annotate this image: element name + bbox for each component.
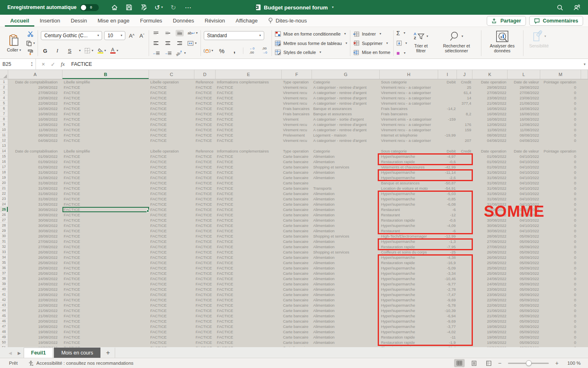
grid-cell[interactable]: FACTICE: [216, 101, 282, 106]
grid-cell[interactable]: Carte bancaire: [282, 260, 312, 265]
row-header-45[interactable]: 45: [0, 313, 8, 319]
grid-cell[interactable]: Carte bancaire: [282, 329, 312, 334]
grid-cell[interactable]: Carte bancaire: [282, 212, 312, 218]
grid-cell[interactable]: 30/08/2022: [472, 212, 508, 218]
grid-cell[interactable]: FACTICE: [216, 228, 282, 233]
grid-cell[interactable]: Virement recu: [282, 101, 312, 106]
grid-cell[interactable]: FACTICE: [216, 334, 282, 340]
grid-cell[interactable]: FACTICE: [62, 196, 149, 202]
grid-cell[interactable]: 27/08/2022: [508, 90, 540, 95]
grid-cell[interactable]: [457, 313, 472, 319]
grid-cell[interactable]: Carte bancaire: [282, 345, 312, 347]
fill-color-button[interactable]: ▾: [98, 46, 106, 55]
grid-cell[interactable]: 0: [540, 164, 581, 170]
grid-cell[interactable]: FACTICE: [149, 292, 194, 297]
grid-cell[interactable]: Carte bancaire: [282, 249, 312, 255]
grid-cell[interactable]: FACTICE: [194, 180, 216, 186]
insert-function-icon[interactable]: fx: [61, 61, 65, 67]
grid-cell[interactable]: FACTICE: [216, 164, 282, 170]
grid-cell[interactable]: 18/08/2022: [8, 345, 62, 347]
grid-cell[interactable]: Carte bancaire: [282, 239, 312, 244]
grid-cell[interactable]: FACTICE: [149, 106, 194, 111]
increase-indent-button[interactable]: →: [164, 50, 172, 56]
grid-cell[interactable]: Carte bancaire: [282, 170, 312, 175]
row-header-25[interactable]: 25: [0, 207, 8, 212]
row-header-41[interactable]: 41: [0, 292, 8, 297]
grid-cell[interactable]: [457, 175, 472, 180]
grid-cell[interactable]: A categoriser - rentree d'argent: [312, 95, 380, 101]
grid-cell[interactable]: -9,77: [438, 281, 457, 287]
grid-cell[interactable]: -54,91: [438, 186, 457, 191]
grid-cell[interactable]: FACTICE: [194, 212, 216, 218]
grid-cell[interactable]: 31/08/2022: [472, 186, 508, 191]
grid-cell[interactable]: 30/08/2022: [8, 212, 62, 218]
tab-donnees[interactable]: Données: [167, 15, 199, 27]
grid-cell[interactable]: 04/10/2022: [508, 212, 540, 218]
grid-cell[interactable]: -6,08: [438, 202, 457, 207]
grid-cell[interactable]: Carte bancaire: [282, 202, 312, 207]
grid-cell[interactable]: -6: [438, 228, 457, 233]
grid-cell[interactable]: 24/08/2022: [472, 281, 508, 287]
grid-cell[interactable]: FACTICE: [62, 292, 149, 297]
grid-cell[interactable]: 0: [540, 207, 581, 212]
autosum-button[interactable]: Σ▾: [396, 29, 407, 37]
grid-cell[interactable]: [457, 143, 472, 148]
grid-cell[interactable]: [457, 303, 472, 308]
grid-cell[interactable]: 0: [540, 233, 581, 239]
grid-cell[interactable]: 28/08/2022: [472, 233, 508, 239]
grid-cell[interactable]: Carte bancaire: [282, 324, 312, 329]
grid-cell[interactable]: FACTICE: [194, 297, 216, 303]
grid-cell[interactable]: 16/08/2022: [472, 111, 508, 117]
grid-cell[interactable]: FACTICE: [149, 180, 194, 186]
grid-cell[interactable]: A categoriser - sortie d'argent: [312, 117, 380, 122]
grid-cell[interactable]: 0: [540, 276, 581, 281]
grid-cell[interactable]: FACTICE: [62, 223, 149, 228]
grid-cell[interactable]: -7,47: [438, 292, 457, 297]
grid-cell[interactable]: Restauration rapide: [380, 334, 438, 340]
grid-cell[interactable]: FACTICE: [62, 106, 149, 111]
grid-cell[interactable]: Restaurant: [380, 212, 438, 218]
grid-cell[interactable]: 0: [540, 138, 581, 143]
grid-cell[interactable]: 31/08/2022: [8, 202, 62, 207]
column-header-E[interactable]: E: [216, 70, 282, 79]
grid-cell[interactable]: Alimentation: [312, 260, 380, 265]
grid-cell[interactable]: Hyper/supermarche: [380, 196, 438, 202]
row-header-10[interactable]: 10: [0, 127, 8, 132]
grid-cell[interactable]: [457, 223, 472, 228]
name-box[interactable]: B25 ▲▼: [0, 59, 36, 70]
grid-cell[interactable]: Carte bancaire: [282, 159, 312, 164]
grid-cell[interactable]: 0: [540, 313, 581, 319]
grid-cell[interactable]: FACTICE: [194, 196, 216, 202]
grid-cell[interactable]: 22/08/2022: [472, 303, 508, 308]
grid-cell[interactable]: 05/09/2022: [508, 303, 540, 308]
grid-cell[interactable]: FACTICE: [194, 111, 216, 117]
grid-cell[interactable]: Shopping et services: [312, 164, 380, 170]
grid-cell[interactable]: 0: [540, 85, 581, 90]
currency-format-button[interactable]: ▾: [204, 46, 213, 55]
grid-cell[interactable]: FACTICE: [194, 308, 216, 313]
grid-cell[interactable]: FACTICE: [62, 127, 149, 132]
grid-cell[interactable]: A categoriser - rentree d'argent: [312, 85, 380, 90]
delete-cells-button[interactable]: Supprimer▾: [353, 39, 390, 48]
column-header-K[interactable]: K: [472, 70, 508, 79]
grid-cell[interactable]: -11: [438, 334, 457, 340]
grid-cell[interactable]: -2,6: [438, 175, 457, 180]
grid-cell[interactable]: FACTICE: [216, 85, 282, 90]
grid-cell[interactable]: [457, 281, 472, 287]
grid-cell[interactable]: FACTICE: [216, 90, 282, 95]
grid-cell[interactable]: 05/09/2022: [508, 329, 540, 334]
grid-cell[interactable]: FACTICE: [194, 127, 216, 132]
row-header-51[interactable]: 51: [0, 345, 8, 347]
row-header-6[interactable]: 6: [0, 106, 8, 111]
grid-cell[interactable]: 0: [540, 319, 581, 324]
grid-cell[interactable]: 30/08/2022: [472, 228, 508, 233]
decrease-indent-button[interactable]: ←: [152, 50, 160, 56]
grid-cell[interactable]: 0: [540, 101, 581, 106]
row-header-19[interactable]: 19: [0, 175, 8, 180]
grid-cell[interactable]: -19,99: [438, 132, 457, 138]
grid-cell[interactable]: FACTICE: [216, 345, 282, 347]
grid-cell[interactable]: 16/08/2022: [472, 106, 508, 111]
grid-cell[interactable]: 377,4: [457, 101, 472, 106]
format-painter-button[interactable]: [26, 48, 35, 57]
grid-cell[interactable]: -25: [438, 249, 457, 255]
